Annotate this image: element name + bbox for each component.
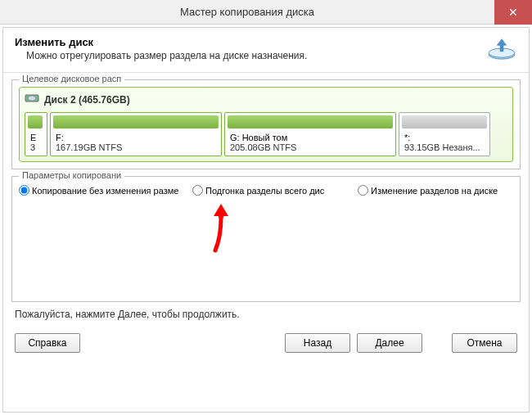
partition-item[interactable]: G: Новый том 205.08GB NTFS <box>224 112 396 156</box>
close-icon: ✕ <box>508 6 518 19</box>
hint-text: Пожалуйста, нажмите Далее, чтобы продолж… <box>15 309 517 320</box>
copy-options-group: Параметры копировани Копирование без изм… <box>11 176 521 302</box>
radio-input[interactable] <box>192 185 203 196</box>
help-button[interactable]: Справка <box>15 333 80 353</box>
partition-bar <box>28 115 43 129</box>
spacer <box>87 333 278 353</box>
partition-size: 93.15GB Незаня... <box>404 142 485 152</box>
page-subtitle: Можно отрегулировать размер раздела на д… <box>26 50 307 61</box>
gap <box>429 333 445 353</box>
radio-label: Подгонка разделы всего дис <box>205 186 324 196</box>
partition-label: *: <box>404 133 485 142</box>
header-section: Изменить диск Можно отрегулировать разме… <box>3 28 529 73</box>
hdd-icon <box>25 92 39 107</box>
next-button[interactable]: Далее <box>357 333 422 353</box>
disk-title-row: Диск 2 (465.76GB) <box>25 92 507 107</box>
svg-point-3 <box>29 97 35 101</box>
disk-panel[interactable]: Диск 2 (465.76GB) E 3 F: 167.19GB NTFS <box>19 87 513 162</box>
back-button[interactable]: Назад <box>285 333 350 353</box>
radio-edit-partitions[interactable]: Изменение разделов на диске <box>358 185 513 196</box>
radio-copy-no-resize[interactable]: Копирование без изменения разме <box>19 185 191 196</box>
radio-row: Копирование без изменения разме Подгонка… <box>19 185 513 196</box>
partition-bar <box>53 115 219 129</box>
radio-fit-partitions[interactable]: Подгонка разделы всего дис <box>192 185 356 196</box>
target-disk-legend: Целевое дисковое расп <box>19 74 124 83</box>
radio-label: Копирование без изменения разме <box>32 186 178 196</box>
page-title: Изменить диск <box>15 36 307 48</box>
button-row: Справка Назад Далее Отмена <box>3 325 529 361</box>
partition-item[interactable]: *: 93.15GB Незаня... <box>399 112 490 156</box>
window-title: Мастер копирования диска <box>0 6 494 18</box>
partition-label: G: Новый том <box>230 133 390 142</box>
cancel-button[interactable]: Отмена <box>452 333 517 353</box>
partition-bar <box>402 115 487 129</box>
titlebar: Мастер копирования диска ✕ <box>0 0 532 25</box>
arrow-annotation-icon <box>209 200 233 260</box>
radio-input[interactable] <box>19 185 29 196</box>
partition-size: 167.19GB NTFS <box>56 142 216 152</box>
content: Изменить диск Можно отрегулировать разме… <box>2 27 530 413</box>
copy-options-legend: Параметры копировани <box>19 170 124 180</box>
partition-item[interactable]: E 3 <box>25 112 47 156</box>
partition-size: 205.08GB NTFS <box>230 142 390 152</box>
partitions-row: E 3 F: 167.19GB NTFS G: Новый том 205. <box>25 112 507 156</box>
disk-wizard-icon <box>486 36 517 64</box>
radio-input[interactable] <box>358 185 368 196</box>
partition-bar <box>228 115 393 129</box>
partition-label: E <box>30 133 42 142</box>
close-button[interactable]: ✕ <box>494 0 532 25</box>
radio-label: Изменение разделов на диске <box>371 186 498 196</box>
partition-label: F: <box>56 133 216 142</box>
target-disk-group: Целевое дисковое расп Диск 2 (465.76GB) … <box>11 79 521 169</box>
header-text: Изменить диск Можно отрегулировать разме… <box>15 36 307 61</box>
partition-size: 3 <box>30 142 42 152</box>
partition-item[interactable]: F: 167.19GB NTFS <box>50 112 222 156</box>
disk-label: Диск 2 (465.76GB) <box>44 94 130 106</box>
